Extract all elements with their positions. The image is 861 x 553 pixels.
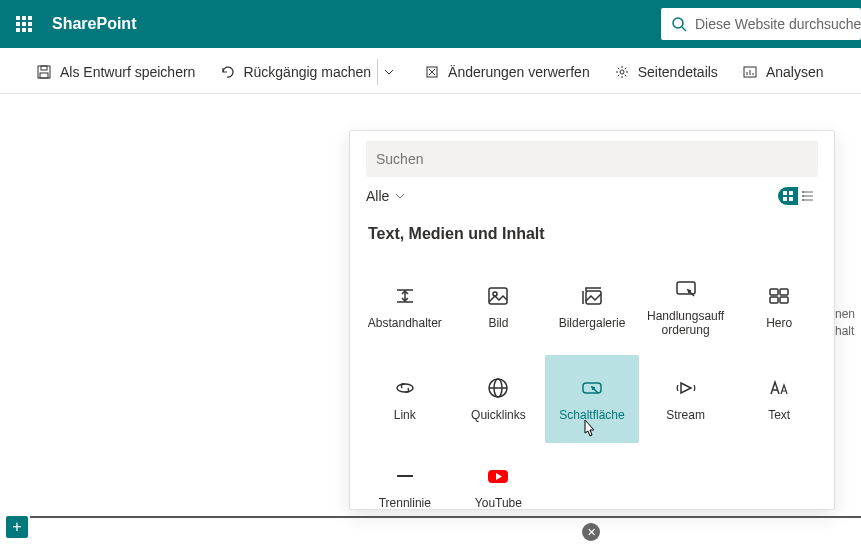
tile-text[interactable]: Text [732,355,826,443]
svg-point-34 [397,384,413,392]
svg-rect-14 [789,191,793,195]
tile-hero[interactable]: Hero [732,259,826,355]
webpart-list[interactable]: Text, Medien und Inhalt Abstandhalter Bi… [350,213,834,509]
svg-point-0 [673,18,683,28]
svg-point-22 [802,199,804,201]
webpart-search-input[interactable] [366,141,818,177]
gear-icon [614,64,630,80]
svg-point-21 [802,195,804,197]
site-search-placeholder: Diese Website durchsuchen [695,16,861,32]
svg-rect-32 [770,297,778,303]
tile-cta[interactable]: Handlungsauff orderung [639,259,733,355]
gallery-icon [580,284,604,308]
svg-rect-16 [789,197,793,201]
divider-icon [393,464,417,488]
svg-rect-13 [783,191,787,195]
section-heading: Text, Medien und Inhalt [358,213,826,259]
chevron-down-icon [384,67,394,77]
grid-view-button[interactable] [778,187,798,205]
tile-spacer[interactable]: Abstandhalter [358,259,452,355]
youtube-icon [486,464,510,488]
chevron-down-icon [395,191,405,201]
hero-icon [767,284,791,308]
discard-button[interactable]: Änderungen verwerfen [424,64,590,80]
svg-rect-31 [780,289,788,295]
app-launcher-icon[interactable] [0,0,48,48]
category-filter[interactable]: Alle [366,188,405,204]
undo-button[interactable]: Rückgängig machen [219,64,371,80]
add-section-button[interactable]: + [6,516,28,538]
view-toggle [778,187,818,205]
link-icon [393,376,417,400]
save-icon [36,64,52,80]
tile-gallery[interactable]: Bildergalerie [545,259,639,355]
undo-icon [219,64,235,80]
list-icon [802,190,814,202]
undo-split-button[interactable]: Rückgängig machen [219,59,400,85]
button-icon [580,376,604,400]
svg-rect-15 [783,197,787,201]
svg-rect-26 [489,288,507,304]
webpart-picker-panel: Alle Text, Medien und Inhalt Abstandhalt… [349,130,835,510]
tile-link[interactable]: Link [358,355,452,443]
grid-icon [782,190,794,202]
svg-rect-30 [770,289,778,295]
svg-point-8 [620,70,624,74]
tile-quicklinks[interactable]: Quicklinks [452,355,546,443]
undo-dropdown[interactable] [377,59,400,85]
tile-divider[interactable]: Trennlinie [358,443,452,509]
svg-point-20 [802,191,804,193]
brand-label: SharePoint [52,15,136,33]
background-text-fragment: nen halt [833,306,861,354]
cta-icon [674,277,698,301]
section-divider-line [30,516,861,518]
image-icon [486,284,510,308]
tile-youtube[interactable]: YouTube [452,443,546,509]
spacer-icon [393,284,417,308]
search-icon [671,16,687,32]
svg-line-1 [682,27,686,31]
tile-stream[interactable]: Stream [639,355,733,443]
page-details-button[interactable]: Seitendetails [614,64,718,80]
svg-rect-33 [780,297,788,303]
command-bar: Als Entwurf speichern Rückgängig machen … [0,50,861,94]
list-view-button[interactable] [798,187,818,205]
discard-icon [424,64,440,80]
left-rail: + [0,96,30,553]
close-insert-button[interactable]: ✕ [582,523,600,541]
tile-image[interactable]: Bild [452,259,546,355]
site-search[interactable]: Diese Website durchsuchen [661,8,861,40]
suite-header: SharePoint Diese Website durchsuchen [0,0,861,48]
svg-rect-3 [41,66,47,70]
globe-icon [486,376,510,400]
analytics-button[interactable]: Analysen [742,64,824,80]
svg-rect-29 [677,282,695,294]
svg-rect-4 [40,73,48,78]
save-draft-button[interactable]: Als Entwurf speichern [36,64,195,80]
stream-icon [674,376,698,400]
tile-button[interactable]: Schaltfläche [545,355,639,443]
text-icon [767,376,791,400]
chart-icon [742,64,758,80]
